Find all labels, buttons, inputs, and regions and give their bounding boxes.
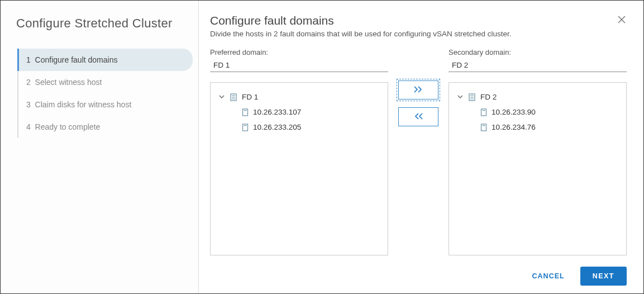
preferred-group-row[interactable]: FD 1 <box>211 89 388 105</box>
page-subtitle: Divide the hosts in 2 fault domains that… <box>210 30 512 38</box>
svg-rect-5 <box>244 110 247 111</box>
secondary-domain-input[interactable] <box>449 59 627 72</box>
secondary-host-row[interactable]: 10.26.234.76 <box>449 120 626 135</box>
page-title: Configure fault domains <box>210 14 512 27</box>
mover-column <box>398 48 438 255</box>
move-right-button[interactable] <box>398 80 438 99</box>
wizard-step-label: Claim disks for witness host <box>35 100 132 109</box>
close-icon[interactable] <box>617 14 627 26</box>
host-icon <box>480 108 487 116</box>
wizard-step-label: Ready to complete <box>35 122 101 131</box>
host-icon <box>480 124 487 131</box>
preferred-group-name: FD 1 <box>242 93 258 101</box>
preferred-host-row[interactable]: 10.26.233.205 <box>211 120 388 135</box>
wizard-step-4[interactable]: 4 Ready to complete <box>18 116 193 138</box>
preferred-domain-label: Preferred domain: <box>210 48 388 56</box>
wizard-title: Configure Stretched Cluster <box>16 16 193 31</box>
preferred-domain-input[interactable] <box>210 59 388 72</box>
wizard-sidebar: Configure Stretched Cluster 1 Configure … <box>1 1 199 293</box>
svg-rect-15 <box>483 125 485 126</box>
secondary-host-row[interactable]: 10.26.233.90 <box>449 105 626 120</box>
wizard-step-3[interactable]: 3 Claim disks for witness host <box>18 93 193 116</box>
move-left-button[interactable] <box>398 107 438 126</box>
host-icon <box>242 124 249 131</box>
double-chevron-right-icon <box>413 86 423 94</box>
preferred-tree: FD 1 10.26.233.107 10.26.233.205 <box>210 82 388 255</box>
svg-rect-12 <box>481 109 486 116</box>
chevron-down-icon[interactable] <box>218 93 225 101</box>
datacenter-icon <box>230 93 237 101</box>
svg-rect-6 <box>243 124 248 131</box>
host-ip: 10.26.233.205 <box>253 123 301 131</box>
svg-rect-4 <box>243 109 248 116</box>
configure-stretched-cluster-modal: Configure Stretched Cluster 1 Configure … <box>0 0 644 294</box>
svg-rect-14 <box>481 124 486 131</box>
secondary-tree: FD 2 10.26.233.90 10.26.234.76 <box>449 82 627 255</box>
wizard-step-num: 4 <box>26 122 31 131</box>
domains-row: Preferred domain: FD 1 <box>210 48 627 255</box>
host-ip: 10.26.233.90 <box>492 108 536 116</box>
svg-rect-13 <box>483 110 485 111</box>
double-chevron-left-icon <box>413 112 423 121</box>
secondary-group-row[interactable]: FD 2 <box>449 89 626 105</box>
preferred-host-row[interactable]: 10.26.233.107 <box>211 105 388 120</box>
datacenter-icon <box>468 93 476 101</box>
main-header: Configure fault domains Divide the hosts… <box>210 14 627 48</box>
host-ip: 10.26.233.107 <box>253 108 301 116</box>
preferred-domain-column: Preferred domain: FD 1 <box>210 48 388 255</box>
main-panel: Configure fault domains Divide the hosts… <box>199 1 643 293</box>
secondary-domain-column: Secondary domain: FD 2 <box>449 48 627 255</box>
wizard-step-num: 3 <box>26 100 31 109</box>
chevron-down-icon[interactable] <box>457 93 464 101</box>
wizard-step-num: 2 <box>26 78 31 87</box>
cancel-button[interactable]: CANCEL <box>527 268 570 284</box>
wizard-step-1[interactable]: 1 Configure fault domains <box>17 49 193 71</box>
wizard-step-2[interactable]: 2 Select witness host <box>18 71 193 93</box>
footer: CANCEL NEXT <box>210 255 627 286</box>
wizard-steps: 1 Configure fault domains 2 Select witne… <box>17 49 193 138</box>
secondary-domain-label: Secondary domain: <box>449 48 627 56</box>
next-button[interactable]: NEXT <box>580 267 627 286</box>
wizard-step-label: Select witness host <box>35 78 102 87</box>
secondary-group-name: FD 2 <box>480 93 497 101</box>
host-ip: 10.26.234.76 <box>492 123 536 131</box>
wizard-step-num: 1 <box>26 55 31 64</box>
wizard-step-label: Configure fault domains <box>35 55 118 64</box>
host-icon <box>242 108 249 116</box>
svg-rect-7 <box>244 125 247 126</box>
